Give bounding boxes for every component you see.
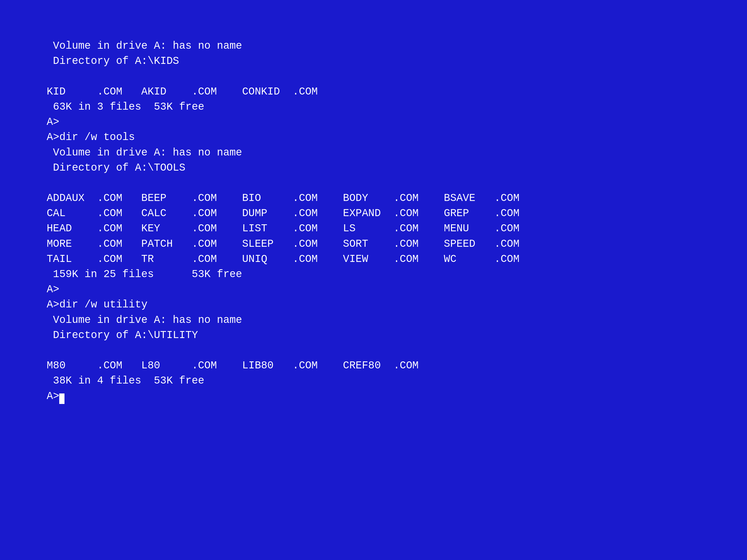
cursor-block <box>59 394 65 404</box>
terminal-output: Volume in drive A: has no name Directory… <box>47 23 700 404</box>
terminal-window: Volume in drive A: has no name Directory… <box>0 0 747 560</box>
